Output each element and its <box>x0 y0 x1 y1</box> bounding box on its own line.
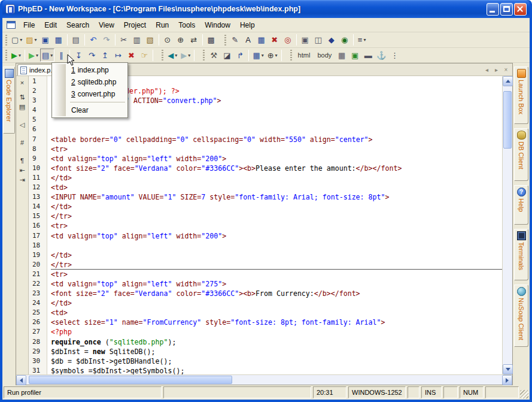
indent-icon[interactable]: ⇥ <box>17 176 28 184</box>
app-icon[interactable] <box>5 4 15 14</box>
insert-hr-button[interactable]: ▬ <box>361 49 375 62</box>
layout-button[interactable]: ▦▾ <box>251 49 265 62</box>
tab-close-button[interactable]: × <box>501 65 510 74</box>
unindent-icon[interactable]: ⇤ <box>17 166 28 174</box>
menu-item-convert-php[interactable]: 3convert.php <box>53 88 126 100</box>
paste-button[interactable]: ▧ <box>144 34 157 47</box>
find-next-button[interactable]: ⊕ <box>174 34 187 47</box>
object-wizard-button[interactable]: ◆ <box>325 34 338 47</box>
run-button[interactable]: ▶▾ <box>10 49 23 62</box>
menu-view[interactable]: View <box>94 19 119 31</box>
horizontal-scroll-track[interactable] <box>26 375 502 385</box>
toolbar-drag-handle[interactable] <box>224 35 226 46</box>
redo-button[interactable]: ↷ <box>100 34 113 47</box>
mdi-child-icon[interactable] <box>7 21 16 29</box>
new-file-button[interactable]: ▢▾ <box>10 34 24 47</box>
toolbar-drag-handle[interactable] <box>162 50 163 61</box>
zoom-button[interactable]: ⊕▾ <box>266 49 279 62</box>
tab-scroll-left-button[interactable]: ◂ <box>482 65 491 74</box>
body-tag-button[interactable]: body <box>314 49 335 62</box>
toolbar-options-button[interactable]: ≡▾ <box>355 34 369 47</box>
delete-tag-button[interactable]: ✖ <box>268 34 281 47</box>
menu-tools[interactable]: Tools <box>174 19 200 31</box>
step-out-button[interactable]: ↥ <box>98 49 111 62</box>
vertical-scrollbar[interactable] <box>502 76 512 374</box>
highlight-button[interactable]: A <box>242 34 255 47</box>
close-file-icon[interactable]: × <box>17 78 28 87</box>
code-template-button[interactable]: ✎ <box>229 34 242 47</box>
save-all-button[interactable]: ▦ <box>52 34 65 47</box>
pause-button[interactable]: ∥ <box>54 49 68 62</box>
html-tag-button[interactable]: html <box>294 49 314 62</box>
menu-item-index-php[interactable]: 1index.php <box>53 64 126 76</box>
bookmarks-icon[interactable]: ▤ <box>17 102 28 111</box>
line-numbers-icon[interactable]: # <box>17 138 28 147</box>
scroll-down-button[interactable] <box>503 364 513 374</box>
panel-tab-nusoap-client[interactable]: NuSoap Client <box>514 285 528 347</box>
target-button[interactable]: ◎ <box>281 34 294 47</box>
insert-image-button[interactable]: ▣ <box>348 49 361 62</box>
split-editor-icon[interactable]: ⇅ <box>17 93 28 101</box>
view-button[interactable]: ◪ <box>220 49 233 62</box>
export-button[interactable]: ↱ <box>233 49 247 62</box>
break-button[interactable]: ☞ <box>138 49 151 62</box>
menu-item-clear[interactable]: Clear <box>53 104 126 116</box>
undo-button[interactable]: ↶ <box>87 34 100 47</box>
code-text-area[interactable]: der.php"); ?>" ACTION="convert.php"><tab… <box>47 76 502 374</box>
frame-wizard-button[interactable]: ◫ <box>312 34 325 47</box>
save-button[interactable]: ▣ <box>39 34 52 47</box>
form-wizard-button[interactable]: ▣ <box>299 34 312 47</box>
menu-run[interactable]: Run <box>151 19 174 31</box>
vertical-scroll-thumb[interactable] <box>503 91 512 149</box>
scroll-left-button[interactable] <box>16 375 26 385</box>
menu-file[interactable]: File <box>19 19 39 31</box>
tab-scroll-right-button[interactable]: ▸ <box>492 65 501 74</box>
toolbar-drag-handle[interactable] <box>5 35 7 46</box>
scroll-up-button[interactable] <box>503 76 513 86</box>
menu-search[interactable]: Search <box>62 19 94 31</box>
panel-tab-code-explorer[interactable]: Code Explorer <box>3 67 15 134</box>
panel-tab-help[interactable]: ?Help <box>514 185 528 225</box>
print-button[interactable]: ▤ <box>69 34 83 47</box>
table-wizard-button[interactable]: ▦ <box>255 34 268 47</box>
run-to-cursor-button[interactable]: ↦ <box>111 49 124 62</box>
run-in-browser-button[interactable]: ▶▾ <box>27 49 40 62</box>
maximize-button[interactable] <box>500 3 513 16</box>
tools-button[interactable]: ⚒ <box>207 49 220 62</box>
toolbar-drag-handle[interactable] <box>290 50 292 61</box>
menu-edit[interactable]: Edit <box>39 19 62 31</box>
horizontal-scroll-thumb[interactable] <box>29 376 232 384</box>
horizontal-scrollbar[interactable] <box>16 374 512 385</box>
panel-tab-launch-box[interactable]: Launch Box <box>514 67 528 124</box>
vertical-scroll-track[interactable] <box>503 86 512 364</box>
title-bar[interactable]: PhpED - New Workspace - [C:\Program File… <box>2 0 530 18</box>
insert-anchor-button[interactable]: ⚓ <box>375 49 388 62</box>
panel-tab-terminals[interactable]: Terminals <box>514 229 528 280</box>
scroll-right-button[interactable] <box>502 375 512 385</box>
resize-grip[interactable] <box>520 390 528 398</box>
replace-button[interactable]: ⇄ <box>187 34 200 47</box>
menu-help[interactable]: Help <box>235 19 260 31</box>
insert-table-button[interactable]: ▦ <box>335 49 348 62</box>
menu-window[interactable]: Window <box>200 19 235 31</box>
forward-button[interactable]: ▶▾ <box>179 49 192 62</box>
select-block-button[interactable]: ▩ <box>205 34 218 47</box>
cut-button[interactable]: ✂ <box>117 34 130 47</box>
preview-button[interactable]: ◉ <box>338 34 351 47</box>
panel-tab-db-client[interactable]: DB Client <box>514 128 528 181</box>
find-button[interactable]: ⊙ <box>161 34 174 47</box>
minimize-button[interactable] <box>487 3 499 16</box>
toolbar-overflow-button[interactable]: ⋮ <box>388 49 401 62</box>
close-button[interactable] <box>514 3 527 16</box>
open-files-list-button[interactable]: ▤▾ <box>40 49 54 62</box>
menu-project[interactable]: Project <box>119 19 151 31</box>
back-button[interactable]: ◀▾ <box>166 49 179 62</box>
step-over-button[interactable]: ↷ <box>85 49 98 62</box>
stop-button[interactable]: ✖ <box>124 49 138 62</box>
toolbar-drag-handle[interactable] <box>5 50 7 61</box>
collapse-margin-icon[interactable]: ◁ <box>17 120 28 129</box>
copy-button[interactable]: ▥ <box>130 34 144 47</box>
toolbar-drag-handle[interactable] <box>203 50 205 61</box>
open-file-button[interactable]: ▨▾ <box>24 34 38 47</box>
code-editor[interactable]: ×⇅▤◁#¶⇤⇥ 1234567891011121314151617181920… <box>16 76 512 374</box>
